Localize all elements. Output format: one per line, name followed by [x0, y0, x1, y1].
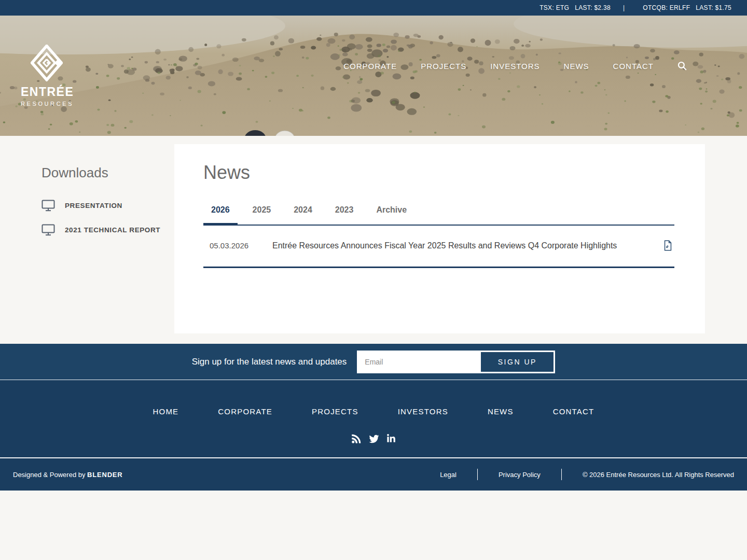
newsletter-signup-bar: Sign up for the latest news and updates … — [0, 344, 747, 380]
sign-up-button[interactable]: SIGN UP — [479, 351, 555, 373]
social-links — [0, 433, 747, 444]
downloads-sidebar: Downloads PRESENTATION 2021 TECHNICAL RE… — [42, 165, 160, 248]
news-headline-link[interactable]: Entrée Resources Announces Fiscal Year 2… — [272, 241, 653, 250]
email-input[interactable] — [357, 351, 479, 373]
ticker-tsx-exchange: TSX: ETG — [540, 4, 569, 11]
downloads-title: Downloads — [42, 165, 160, 181]
bottom-bar: Designed & Powered by BLENDER Legal Priv… — [0, 458, 747, 491]
tab-2024[interactable]: 2024 — [286, 205, 320, 226]
ticker-otc-exchange: OTCQB: ERLFF — [643, 4, 690, 11]
ticker-divider: | — [623, 4, 625, 11]
tab-2023[interactable]: 2023 — [327, 205, 362, 226]
hero-banner: ENTRÉE RESOURCES CORPORATE PROJECTS INVE… — [0, 16, 747, 136]
monitor-icon — [42, 200, 55, 212]
news-date: 05.03.2026 — [210, 241, 272, 250]
tab-archive[interactable]: Archive — [368, 205, 414, 226]
ticker-tsx-last: LAST: $2.38 — [575, 4, 611, 11]
signup-label: Sign up for the latest news and updates — [192, 357, 347, 367]
search-icon[interactable] — [677, 61, 687, 71]
legal-links: Legal Privacy Policy © 2026 Entrée Resou… — [440, 469, 734, 480]
page: { "colors": { "navy": "#1c3f62", "accent… — [0, 0, 747, 560]
divider — [561, 469, 562, 480]
footer-nav-contact[interactable]: CONTACT — [553, 407, 594, 416]
blender-link[interactable]: BLENDER — [87, 471, 122, 479]
footer-navigation: HOME CORPORATE PROJECTS INVESTORS NEWS C… — [0, 380, 747, 416]
nav-item-contact[interactable]: CONTACT — [613, 62, 654, 71]
entree-diamond-logo-icon — [31, 45, 63, 81]
download-label: 2021 TECHNICAL REPORT — [65, 226, 160, 234]
download-label: PRESENTATION — [65, 202, 122, 209]
footer-nav-home[interactable]: HOME — [153, 407, 179, 416]
footer-nav-corporate[interactable]: CORPORATE — [218, 407, 272, 416]
brand-subname: RESOURCES — [21, 101, 73, 107]
main-navigation: CORPORATE PROJECTS INVESTORS NEWS CONTAC… — [343, 61, 687, 71]
footer-nav-projects[interactable]: PROJECTS — [312, 407, 358, 416]
twitter-icon[interactable] — [368, 434, 380, 444]
nav-item-investors[interactable]: INVESTORS — [490, 62, 540, 71]
nav-item-news[interactable]: NEWS — [564, 62, 589, 71]
news-panel: News 2026 2025 2024 2023 Archive 05.03.2… — [174, 144, 705, 333]
tab-2025[interactable]: 2025 — [245, 205, 279, 226]
download-presentation[interactable]: PRESENTATION — [42, 200, 160, 212]
signup-form: SIGN UP — [357, 351, 555, 373]
footer-nav-investors[interactable]: INVESTORS — [398, 407, 448, 416]
main-content: Downloads PRESENTATION 2021 TECHNICAL RE… — [0, 136, 747, 344]
credit-prefix: Designed & Powered by — [13, 471, 87, 479]
linkedin-icon[interactable] — [386, 434, 396, 443]
footer-nav-news[interactable]: NEWS — [488, 407, 514, 416]
designer-credit: Designed & Powered by BLENDER — [13, 471, 123, 479]
stock-ticker-bar: TSX: ETG LAST: $2.38 | OTCQB: ERLFF LAST… — [0, 0, 747, 16]
divider — [477, 469, 478, 480]
nav-item-corporate[interactable]: CORPORATE — [343, 62, 397, 71]
nav-item-projects[interactable]: PROJECTS — [421, 62, 466, 71]
company-logo[interactable]: ENTRÉE RESOURCES — [21, 45, 73, 107]
pdf-file-icon[interactable] — [663, 240, 672, 251]
rss-icon[interactable] — [351, 433, 362, 444]
download-technical-report[interactable]: 2021 TECHNICAL REPORT — [42, 224, 160, 236]
monitor-icon — [42, 224, 55, 236]
news-list-item: 05.03.2026 Entrée Resources Announces Fi… — [203, 226, 674, 268]
legal-link[interactable]: Legal — [440, 471, 457, 479]
tab-2026[interactable]: 2026 — [203, 205, 238, 226]
footer: HOME CORPORATE PROJECTS INVESTORS NEWS C… — [0, 380, 747, 458]
ticker-otc-last: LAST: $1.75 — [696, 4, 731, 11]
year-tabs: 2026 2025 2024 2023 Archive — [203, 205, 674, 226]
brand-name: ENTRÉE — [21, 85, 73, 99]
hero-desert-photo — [0, 16, 747, 136]
copyright-text: © 2026 Entrée Resources Ltd. All Rights … — [583, 471, 734, 479]
page-title: News — [203, 162, 674, 184]
privacy-policy-link[interactable]: Privacy Policy — [499, 471, 541, 479]
